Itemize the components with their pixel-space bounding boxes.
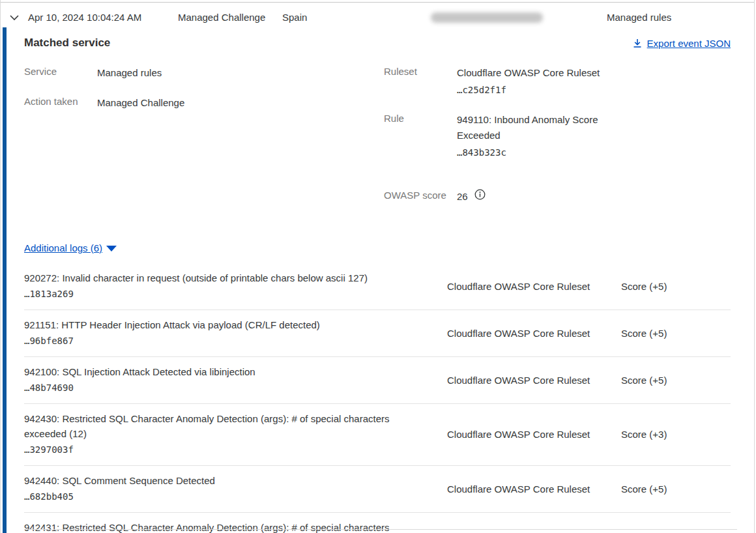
collapse-chevron-icon[interactable] [9,12,21,23]
service-detail-row: Service Managed rules [24,65,384,81]
rule-id: …843b323c [457,145,613,160]
log-rule-id: …3297003f [24,442,431,457]
log-description: 942440: SQL Comment Sequence Detected [24,473,431,488]
log-ruleset: Cloudflare OWASP Core Ruleset [431,281,621,292]
log-rule-id: …682bb405 [24,489,431,504]
log-score: Score (+5) [621,483,731,495]
rule-label: Rule [384,112,457,160]
event-country: Spain [282,12,307,23]
event-timestamp: Apr 10, 2024 10:04:24 AM [28,12,141,23]
log-ruleset: Cloudflare OWASP Core Ruleset [431,429,621,440]
log-description: 942431: Restricted SQL Character Anomaly… [24,520,431,533]
log-description: 942100: SQL Injection Attack Detected vi… [24,364,431,379]
rule-detail-row: Rule 949110: Inbound Anomaly Score Excee… [384,112,731,160]
service-label: Service [24,65,97,81]
redacted-host-value [431,12,543,23]
additional-logs-toggle[interactable]: Additional logs (6) [24,242,117,253]
action-taken-value: Managed Challenge [97,95,184,111]
log-score: Score (+5) [621,281,731,292]
event-row-header[interactable]: Apr 10, 2024 10:04:24 AM Managed Challen… [1,3,754,27]
caret-down-icon [106,246,117,252]
log-row: 921151: HTTP Header Injection Attack via… [24,310,731,357]
log-description: 942430: Restricted SQL Character Anomaly… [24,411,431,441]
log-rule-id: …1813a269 [24,287,431,302]
additional-logs-list: 920272: Invalid character in request (ou… [24,263,731,533]
matched-service-details: Service Managed rules Action taken Manag… [24,65,731,219]
rule-value: 949110: Inbound Anomaly Score Exceeded [457,112,613,143]
log-ruleset: Cloudflare OWASP Core Ruleset [431,483,621,495]
log-description: 920272: Invalid character in request (ou… [24,270,431,285]
expanded-row-accent-bar [3,27,7,533]
event-detail-panel: Matched service Export event JSON Servic… [1,27,754,533]
export-event-json-label: Export event JSON [647,38,731,49]
service-value: Managed rules [97,65,162,81]
next-row-top-border [24,529,737,530]
log-row: 942431: Restricted SQL Character Anomaly… [24,513,731,533]
ruleset-label: Ruleset [384,65,457,98]
log-score: Score (+5) [621,375,731,386]
log-score: Score (+5) [621,328,731,339]
owasp-score-detail-row: OWASP score 26 [384,189,731,205]
event-action: Managed Challenge [178,12,265,23]
log-description: 921151: HTTP Header Injection Attack via… [24,317,431,332]
owasp-score-label: OWASP score [384,189,457,205]
log-row: 920272: Invalid character in request (ou… [24,263,731,310]
ruleset-value: Cloudflare OWASP Core Ruleset [457,65,600,81]
ruleset-detail-row: Ruleset Cloudflare OWASP Core Ruleset …c… [384,65,731,98]
log-row: 942440: SQL Comment Sequence Detected …6… [24,466,731,513]
log-row: 942100: SQL Injection Attack Detected vi… [24,357,731,404]
log-ruleset: Cloudflare OWASP Core Ruleset [431,375,621,386]
export-event-json-link[interactable]: Export event JSON [633,38,731,49]
log-score: Score (+3) [621,429,731,440]
log-row: 942430: Restricted SQL Character Anomaly… [24,404,731,466]
download-icon [633,38,642,48]
log-rule-id: …48b74690 [24,381,431,396]
owasp-score-value: 26 [457,189,468,205]
ruleset-id: …c25d2f1f [457,82,600,98]
action-taken-label: Action taken [24,95,97,111]
additional-logs-label: Additional logs (6) [24,242,102,253]
action-taken-detail-row: Action taken Managed Challenge [24,95,384,111]
matched-service-title: Matched service [24,36,110,50]
event-service: Managed rules [607,12,671,23]
log-rule-id: …96bfe867 [24,334,431,349]
info-icon[interactable] [474,189,486,205]
security-event-table: Apr 10, 2024 10:04:24 AM Managed Challen… [0,0,755,533]
log-ruleset: Cloudflare OWASP Core Ruleset [431,328,621,339]
